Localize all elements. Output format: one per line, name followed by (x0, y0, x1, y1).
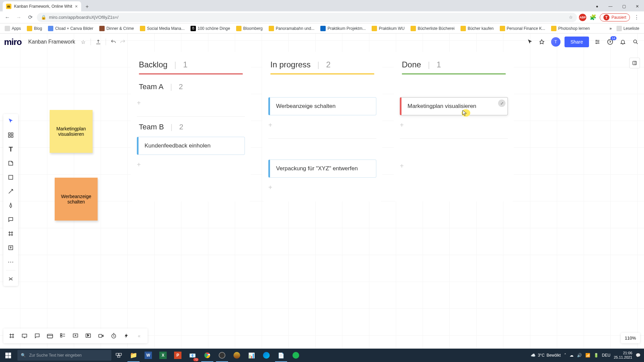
screen-share-icon[interactable] (69, 328, 82, 343)
edge-icon[interactable] (259, 349, 274, 362)
forward-button[interactable]: → (14, 13, 23, 22)
add-card-button[interactable]: + (137, 96, 245, 110)
star-icon[interactable]: ☆ (78, 37, 88, 47)
kanban-column-backlog[interactable]: Backlog|1 Team A|2 + Team B|2 Kundenfeed… (131, 52, 251, 201)
onedrive-icon[interactable]: ☁ (570, 353, 574, 358)
kanban-card[interactable]: Kundenfeedback einholen (137, 137, 245, 155)
bookmark-item[interactable]: Dinner & Crime (97, 26, 136, 31)
bookmark-item[interactable]: Photoshop lernen (549, 26, 592, 31)
reactions-icon[interactable] (538, 38, 547, 46)
wifi-icon[interactable]: 📶 (585, 353, 590, 358)
bookmarks-more-icon[interactable]: » (609, 26, 612, 31)
kanban-card[interactable]: Werbeanzeige schalten (268, 97, 376, 115)
mail-icon[interactable]: 📧73 (185, 349, 200, 362)
arrow-tool[interactable] (3, 184, 18, 198)
activity-panel-button[interactable] (629, 58, 640, 68)
bookmark-item[interactable]: Blog (25, 26, 44, 31)
powerpoint-icon[interactable]: P (170, 349, 185, 362)
back-button[interactable]: ← (3, 13, 12, 22)
presentation-icon[interactable] (18, 328, 31, 343)
bookmark-item[interactable]: Cload + Canva Bilder (46, 26, 95, 31)
add-card-button[interactable]: + (268, 180, 376, 195)
profile-paused-chip[interactable]: T Pausiert (600, 13, 630, 21)
add-card-button[interactable]: + (400, 159, 508, 173)
frames-icon[interactable] (5, 328, 18, 343)
add-card-button[interactable]: + (137, 158, 245, 172)
maximize-icon[interactable]: ▢ (617, 1, 631, 11)
export-icon[interactable] (94, 37, 103, 47)
bookmark-item[interactable]: Panoramabahn und... (267, 26, 316, 31)
app-icon[interactable]: 📊 (244, 349, 259, 362)
taskbar-search[interactable]: 🔍 Zur Suche Text hier eingeben (17, 350, 111, 361)
file-explorer-icon[interactable]: 📁 (126, 349, 141, 362)
bookmark-item[interactable]: Social Media Mana... (138, 26, 186, 31)
minimize-icon[interactable]: — (604, 1, 617, 11)
ai-tool-icon[interactable] (3, 272, 18, 286)
column-header[interactable]: Done|1 (394, 60, 514, 76)
network-icon[interactable]: 🔊 (577, 353, 582, 358)
swimlane-header[interactable]: Team B|2 (131, 117, 251, 133)
notifications-icon[interactable]: 💬 (636, 353, 641, 358)
collapse-toolbar-icon[interactable]: « (133, 328, 146, 343)
bookmark-item[interactable]: Praktikum Projektm... (318, 26, 368, 31)
shape-tool[interactable] (3, 170, 18, 184)
help-icon[interactable]: 14 (606, 38, 614, 46)
obs-icon[interactable] (215, 349, 229, 362)
tray-expand-icon[interactable]: ˄ (564, 353, 566, 358)
column-header[interactable]: In progress|2 (262, 60, 382, 76)
search-icon[interactable] (631, 38, 640, 46)
sticky-note-orange[interactable]: Werbeanzeige schalten (55, 178, 98, 221)
close-window-icon[interactable]: ✕ (631, 1, 644, 11)
sticky-note-tool[interactable] (3, 156, 18, 170)
app-icon[interactable] (229, 349, 244, 362)
browser-menu-icon[interactable]: ⋮ (632, 13, 641, 22)
redo-button[interactable] (118, 37, 127, 47)
new-tab-button[interactable]: + (83, 2, 92, 11)
chrome-icon[interactable] (200, 349, 215, 362)
settings-sliders-icon[interactable] (593, 38, 602, 46)
bookmark-item[interactable]: Bücherliste Bücherei (409, 26, 457, 31)
timer-icon[interactable] (107, 328, 120, 343)
word-icon[interactable]: W (141, 349, 156, 362)
reload-button[interactable]: ⟳ (25, 13, 35, 22)
video-icon[interactable] (95, 328, 107, 343)
column-header[interactable]: Backlog|1 (131, 60, 251, 76)
excel-icon[interactable]: X (156, 349, 170, 362)
board-name[interactable]: Kanban Framework (28, 39, 75, 45)
zoom-control[interactable]: 110% (621, 333, 640, 343)
add-card-button[interactable]: + (268, 118, 376, 132)
reading-list-button[interactable]: Leseliste (614, 26, 641, 31)
templates-tool[interactable] (3, 128, 18, 142)
more-tools-icon[interactable]: ⋯ (3, 255, 18, 269)
battery-icon[interactable]: 🔋 (594, 353, 599, 358)
browser-tab[interactable]: m Kanban Framework, Online Whit × (3, 1, 81, 11)
add-card-button[interactable]: + (400, 118, 508, 132)
settings-dot-icon[interactable]: ● (590, 1, 604, 11)
start-button[interactable] (0, 349, 16, 362)
apps-shortcut[interactable]: Apps (3, 26, 23, 31)
share-button[interactable]: Share (565, 37, 589, 47)
user-avatar[interactable]: T (551, 37, 560, 47)
activity-icon[interactable] (120, 328, 133, 343)
upload-tool[interactable] (3, 241, 18, 255)
taskbar-clock[interactable]: 21:06 25.11.2021 (614, 351, 632, 360)
language-indicator[interactable]: DEU (602, 353, 610, 358)
bell-icon[interactable] (619, 38, 627, 46)
address-bar[interactable]: 🔒 miro.com/app/board/uXjVOf8yZ1s=/ ☆ (37, 13, 577, 22)
cursor-mode-icon[interactable] (526, 38, 534, 46)
chat-icon[interactable] (31, 328, 44, 343)
kanban-column-done[interactable]: Done|1 Marketingplan visualisieren ⤢ + + (394, 52, 514, 201)
voting-icon[interactable] (56, 328, 69, 343)
text-tool[interactable]: T (3, 142, 18, 156)
embed-icon[interactable] (82, 328, 95, 343)
expand-card-icon[interactable]: ⤢ (498, 100, 505, 107)
kanban-card[interactable]: Verpackung für "XYZ" entwerfen (268, 160, 376, 178)
bookmark-item[interactable]: Bücher kaufen (459, 26, 495, 31)
weather-widget[interactable]: ☁️ 3°C Bewölkt (531, 353, 560, 358)
kanban-column-inprogress[interactable]: In progress|2 Werbeanzeige schalten + Ve… (262, 52, 382, 201)
star-bookmark-icon[interactable]: ☆ (569, 15, 573, 20)
kanban-card[interactable]: Marketingplan visualisieren ⤢ (400, 97, 508, 115)
frame-tool[interactable] (3, 227, 18, 241)
sticky-note-yellow[interactable]: Marketingplan visualisieren (50, 110, 93, 153)
abp-extension-icon[interactable]: ABP (579, 14, 586, 21)
